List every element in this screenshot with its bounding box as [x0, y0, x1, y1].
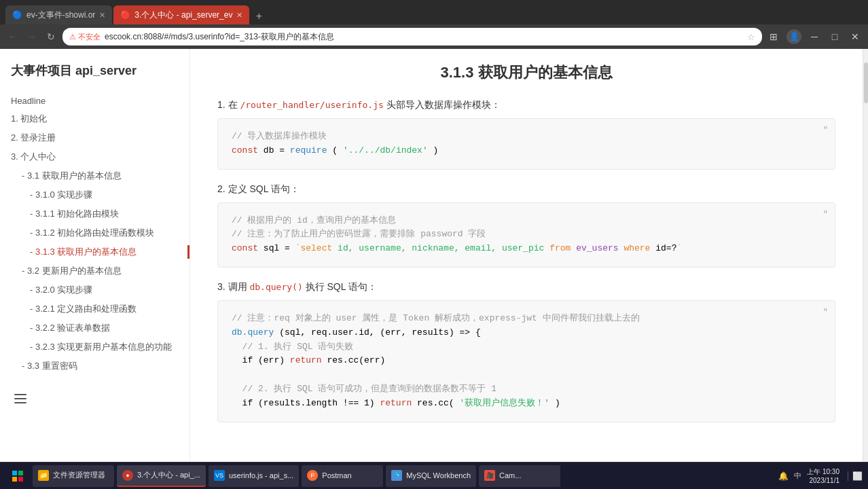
sidebar-item-3-1-2[interactable]: - 3.1.2 初始化路由处理函数模块 [11, 223, 179, 242]
close-window-icon[interactable]: ✕ [848, 29, 863, 44]
taskbar-app-postman-label: Postman [322, 471, 351, 479]
kw-return-1: return [290, 355, 322, 365]
code-line-2-3: const sql = `select id, username, nickna… [232, 242, 821, 256]
user-avatar[interactable]: 👤 [786, 29, 801, 44]
taskbar-app-chrome-label: 3.个人中心 - api_... [137, 470, 200, 480]
code-dbq-args: (sql, req.user.id, (err, results) => { [279, 327, 480, 338]
taskbar-app-postman[interactable]: P Postman [302, 465, 383, 487]
taskbar-sys-area: 🔔 中 上午 10:30 2023/11/1 ⬜ [778, 467, 863, 484]
code-line-1-1: // 导入数据库操作模块 [232, 130, 821, 144]
sql-kw-where: where [623, 243, 650, 253]
menu-line-2 [14, 398, 26, 399]
copy-button-3[interactable]: " [823, 306, 828, 319]
tab-close-active[interactable]: ✕ [236, 11, 242, 20]
code-paren-2: ) [433, 145, 439, 156]
code-block-3: " // 注意：req 对象上的 user 属性，是 Token 解析成功，ex… [217, 300, 835, 422]
menu-line-3 [14, 402, 26, 403]
bookmark-icon[interactable]: ☆ [747, 32, 755, 42]
code-sql-text: sql = [264, 243, 295, 253]
sidebar-item-profile[interactable]: 3. 个人中心 [11, 147, 179, 166]
backtick-2: ` [676, 243, 682, 253]
taskbar-app-vscode[interactable]: VS userinfo.js - api_s... [209, 465, 299, 487]
sidebar-item-headline[interactable]: Headline [11, 92, 179, 109]
sql-kw-select: select [300, 243, 332, 253]
hamburger-menu-icon[interactable] [11, 389, 30, 408]
string-err-msg: '获取用户信息失败！' [459, 398, 549, 408]
sidebar-item-3-1-3[interactable]: - 3.1.3 获取用户的基本信息 [11, 242, 179, 261]
win-q1 [12, 471, 17, 475]
sidebar-item-login[interactable]: 2. 登录注册 [11, 128, 179, 147]
maximize-icon[interactable]: □ [827, 29, 842, 44]
taskbar-show-desktop[interactable]: ⬜ [848, 471, 863, 481]
nav-back-button[interactable]: ← [5, 29, 20, 44]
code-line-2-2: // 注意：为了防止用户的密码世露，需要排除 password 字段 [232, 228, 821, 242]
new-tab-button[interactable]: + [251, 8, 267, 24]
taskbar-app-explorer[interactable]: 📁 文件资源管理器 [33, 465, 114, 487]
sidebar-item-3-2-3[interactable]: - 3.2.3 实现更新用户基本信息的功能 [11, 338, 179, 357]
tab-active-label: 3.个人中心 - api_server_ev [134, 10, 232, 21]
tab-inactive[interactable]: 🔵 ev-文事件-showi.or ✕ [5, 5, 112, 24]
taskbar-app-mysql[interactable]: 🐬 MySQL Workbench [386, 465, 476, 487]
scroll-indicator[interactable] [863, 49, 868, 489]
nav-forward-button[interactable]: → [24, 29, 39, 44]
step-3-label: 3. 调用 db.query() 执行 SQL 语句： [217, 281, 835, 293]
sidebar-item-3-2[interactable]: - 3.2 更新用户的基本信息 [11, 261, 179, 280]
vscode-icon: VS [214, 470, 225, 481]
code-line-3-4: if (err) return res.cc(err) [232, 354, 821, 368]
code-paren-1: ( [332, 145, 338, 156]
start-button[interactable] [5, 465, 30, 487]
func-require: require [290, 145, 327, 156]
taskbar-clock[interactable]: 上午 10:30 2023/11/1 [807, 467, 839, 484]
address-box[interactable]: ⚠ 不安全 escook.cn:8088/#/mds/3.userinfo?id… [62, 28, 762, 46]
kw-const-1: const [232, 145, 258, 156]
taskbar: 📁 文件资源管理器 ● 3.个人中心 - api_... VS userinfo… [0, 462, 868, 489]
taskbar-app-explorer-label: 文件资源管理器 [53, 470, 105, 480]
sidebar-item-3-2-1[interactable]: - 3.2.1 定义路由和处理函数 [11, 300, 179, 319]
kw-const-2: const [232, 243, 258, 253]
minimize-icon[interactable]: ─ [807, 29, 822, 44]
extensions-icon[interactable]: ⊞ [766, 29, 781, 44]
nav-refresh-button[interactable]: ↻ [43, 29, 58, 44]
win-q4 [18, 477, 23, 482]
code-line-1-2: const db = require ( '../../db/index' ) [232, 144, 821, 158]
mysql-icon: 🐬 [391, 470, 402, 481]
tab-active[interactable]: 🔴 3.个人中心 - api_server_ev ✕ [113, 5, 249, 24]
code-rescc-1: res.cc(err) [327, 355, 385, 365]
code-block-1: " // 导入数据库操作模块 const db = require ( '../… [217, 118, 835, 170]
taskbar-date-text: 2023/11/1 [810, 477, 840, 484]
code-line-3-1: // 注意：req 对象上的 user 属性，是 Token 解析成功，expr… [232, 312, 821, 326]
string-path-1: '../../db/index' [343, 145, 428, 156]
code-if-1: if (err) [232, 355, 290, 365]
copy-button-2[interactable]: " [823, 209, 828, 221]
scroll-thumb [864, 62, 868, 103]
code-paren-end: ) [555, 398, 560, 408]
sidebar-item-3-2-2[interactable]: - 3.2.2 验证表单数据 [11, 319, 179, 338]
sidebar-item-3-1-3-wrapper: - 3.1.3 获取用户的基本信息 [11, 242, 179, 261]
address-bar-row: ← → ↻ ⚠ 不安全 escook.cn:8088/#/mds/3.useri… [0, 24, 868, 49]
sidebar-item-3-2-0[interactable]: - 3.2.0 实现步骤 [11, 280, 179, 300]
security-indicator: ⚠ 不安全 [69, 32, 101, 42]
taskbar-language[interactable]: 中 [794, 471, 801, 481]
taskbar-app-chrome[interactable]: ● 3.个人中心 - api_... [117, 465, 206, 487]
win-q3 [12, 477, 17, 482]
step-3: 3. 调用 db.query() 执行 SQL 语句： " // 注意：req … [217, 281, 835, 422]
taskbar-app-vscode-label: userinfo.js - api_s... [229, 471, 293, 479]
sidebar-item-3-3[interactable]: - 3.3 重置密码 [11, 357, 179, 376]
code-line-3-5 [232, 368, 821, 382]
code-line-3-6: // 2. 执行 SQL 语句可成功，但是查询到的数据条数不等于 1 [232, 382, 821, 397]
sidebar-item-init[interactable]: 1. 初始化 [11, 109, 179, 128]
tab-inactive-label: ev-文事件-showi.or [26, 10, 95, 21]
windows-icon [12, 471, 23, 482]
chrome-icon: ● [122, 470, 133, 481]
sidebar-item-3-1-1[interactable]: - 3.1.1 初始化路由模块 [11, 204, 179, 223]
step-1-filepath: /router_handler/userinfo.js [240, 100, 383, 110]
postman-icon: P [307, 470, 318, 481]
taskbar-notification[interactable]: 🔔 [778, 471, 789, 481]
tab-close-inactive[interactable]: ✕ [99, 11, 105, 20]
taskbar-time-text: 上午 10:30 [807, 467, 839, 477]
sidebar-item-3-1-0[interactable]: - 3.1.0 实现步骤 [11, 185, 179, 204]
win-q2 [18, 471, 23, 475]
taskbar-app-cam[interactable]: 🎥 Cam... [479, 465, 560, 487]
copy-button-1[interactable]: " [823, 124, 828, 137]
sidebar-item-3-1[interactable]: - 3.1 获取用户的基本信息 [11, 166, 179, 185]
